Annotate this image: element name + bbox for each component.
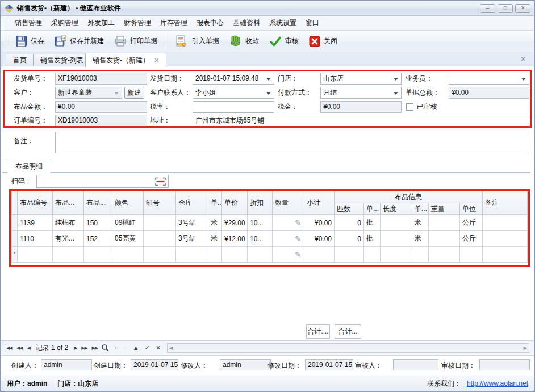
nav-prev-page-icon[interactable]: ◀◀ — [14, 344, 24, 352]
nav-edit-icon[interactable]: ▲ — [130, 343, 142, 353]
col-warehouse[interactable]: 仓库 — [176, 191, 208, 215]
chevron-down-icon[interactable] — [114, 92, 119, 95]
cell-quantity[interactable]: ✎ — [273, 231, 304, 247]
store-combo[interactable]: 山东店 — [320, 73, 402, 85]
col-remark[interactable]: 备注 — [483, 191, 528, 215]
payment-combo[interactable]: 月结 — [320, 87, 402, 99]
cell[interactable] — [248, 247, 273, 263]
cell[interactable] — [460, 247, 483, 263]
cell[interactable] — [18, 247, 53, 263]
salesman-combo[interactable] — [449, 73, 529, 85]
horizontal-scrollbar[interactable]: ◀ ▶ — [167, 343, 529, 353]
contact-combo[interactable]: 李小姐 — [193, 87, 274, 99]
cell[interactable] — [222, 247, 248, 263]
cell[interactable] — [176, 247, 208, 263]
cell[interactable] — [144, 247, 176, 263]
cell[interactable]: 150 — [84, 215, 112, 231]
tab-delivery-list[interactable]: 销售发货-列表 — [33, 54, 91, 66]
col-discount[interactable]: 折扣 — [248, 191, 273, 215]
nav-append-icon[interactable]: + — [111, 343, 120, 353]
edit-pencil-icon[interactable]: ✎ — [295, 231, 302, 246]
col-weight-unit[interactable]: 单位 — [460, 203, 483, 215]
edit-pencil-icon[interactable]: ✎ — [295, 247, 302, 262]
tab-close-icon[interactable]: ✕ — [154, 57, 159, 64]
col-length[interactable]: 长度 — [381, 203, 412, 215]
menu-purchase[interactable]: 采购管理 — [47, 16, 83, 30]
cell[interactable]: ¥0.00 — [304, 215, 335, 231]
maximize-button[interactable]: □ — [498, 4, 513, 13]
menu-window[interactable]: 窗口 — [301, 16, 324, 30]
col-price[interactable]: 单价 — [222, 191, 248, 215]
minimize-button[interactable]: ─ — [480, 4, 495, 13]
nav-first-icon[interactable]: ◀◀ — [5, 344, 14, 352]
cell[interactable] — [112, 247, 144, 263]
cell[interactable] — [144, 215, 176, 231]
nav-delete-icon[interactable]: − — [120, 343, 129, 353]
tab-home[interactable]: 首页 — [6, 54, 34, 66]
audited-checkbox[interactable] — [406, 103, 413, 111]
menu-outsourcing[interactable]: 外发加工 — [83, 16, 119, 30]
close-window-button[interactable]: ✕ — [515, 4, 530, 13]
nav-next-icon[interactable]: ▶ — [72, 344, 79, 352]
cell[interactable]: 05亮黄 — [112, 231, 144, 247]
cell[interactable] — [335, 247, 364, 263]
cell[interactable]: 3号缸 — [176, 231, 208, 247]
chevron-down-icon[interactable] — [394, 92, 398, 95]
col-pieces[interactable]: 匹数 — [335, 203, 364, 215]
import-bill-button[interactable]: 引入单据 — [170, 32, 224, 50]
menu-sales[interactable]: 销售管理 — [10, 16, 47, 30]
cell[interactable]: 0 — [335, 231, 364, 247]
nav-commit-icon[interactable]: ✓ — [142, 343, 153, 353]
cell[interactable] — [364, 247, 381, 263]
col-fabric-name[interactable]: 布品... — [53, 191, 84, 215]
remark-input[interactable] — [55, 132, 529, 153]
col-piece-unit[interactable]: 单... — [364, 203, 381, 215]
chevron-down-icon[interactable] — [266, 92, 271, 95]
address-input[interactable]: 广州市东城市场65号铺 — [193, 115, 529, 127]
cell[interactable]: 米 — [412, 231, 429, 247]
cell[interactable]: 10... — [248, 231, 273, 247]
cell[interactable] — [429, 247, 460, 263]
cell[interactable] — [84, 247, 112, 263]
cell[interactable] — [483, 247, 528, 263]
cell[interactable] — [53, 247, 84, 263]
col-fabric-spec[interactable]: 布品... — [84, 191, 112, 215]
ship-date-combo[interactable]: 2019-01-07 15:09:48 — [193, 73, 274, 85]
cell[interactable]: 152 — [84, 231, 112, 247]
menu-inventory[interactable]: 库存管理 — [156, 16, 192, 30]
col-subtotal[interactable]: 小计 — [304, 191, 335, 215]
customer-combo[interactable]: 新世界童装 — [55, 87, 122, 99]
close-form-button[interactable]: 关闭 — [304, 33, 342, 50]
cell[interactable]: 纯棉布 — [53, 215, 84, 231]
col-unit[interactable]: 单... — [208, 191, 222, 215]
scan-input[interactable] — [36, 175, 169, 188]
cell[interactable] — [304, 247, 335, 263]
scroll-left-icon[interactable]: ◀ — [169, 345, 173, 351]
cell[interactable]: 1110 — [18, 231, 53, 247]
new-customer-button[interactable]: 新建 — [124, 87, 144, 99]
cell[interactable] — [381, 231, 412, 247]
menu-reports[interactable]: 报表中心 — [192, 16, 228, 30]
tab-fabric-detail[interactable]: 布品明细 — [7, 159, 51, 173]
cell[interactable]: 09桃红 — [112, 215, 144, 231]
chevron-down-icon[interactable] — [521, 78, 526, 81]
chevron-down-icon[interactable] — [394, 78, 398, 81]
cell[interactable]: ¥0.00 — [304, 231, 335, 247]
cell-quantity[interactable]: ✎ — [273, 215, 304, 231]
cell[interactable] — [429, 215, 460, 231]
cell[interactable]: 批 — [364, 231, 381, 247]
col-quantity[interactable]: 数量 — [273, 191, 304, 215]
cell[interactable]: ¥29.00 — [222, 215, 248, 231]
menu-basic-data[interactable]: 基础资料 — [228, 16, 265, 30]
save-button[interactable]: 保存 — [10, 32, 49, 50]
cell-quantity[interactable]: ✎ — [273, 247, 304, 263]
cell[interactable]: 0 — [335, 215, 364, 231]
website-link[interactable]: http://www.aolan.net — [467, 380, 528, 387]
nav-last-icon[interactable]: ▶▶ — [90, 344, 99, 352]
nav-cancel-icon[interactable]: ✕ — [153, 343, 164, 353]
cell[interactable]: ¥12.00 — [222, 231, 248, 247]
tabbar-close-icon[interactable]: ✕ — [520, 55, 526, 63]
collect-payment-button[interactable]: 收款 — [224, 32, 264, 50]
col-vat-no[interactable]: 缸号 — [144, 191, 176, 215]
cell[interactable] — [381, 215, 412, 231]
